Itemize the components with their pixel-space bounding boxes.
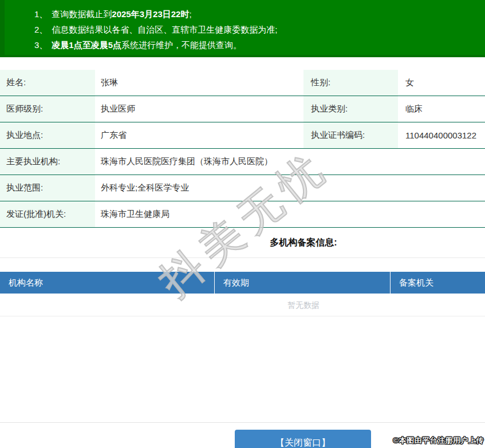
field-value-doctor-level: 执业医师 — [95, 96, 303, 122]
field-value-practice-location: 广东省 — [95, 122, 303, 148]
notice-line-number: 3、 — [34, 37, 48, 53]
notice-line-1: 1、 查询数据截止到 2025年3月23日22时 ; — [34, 6, 479, 22]
field-value-name: 张琳 — [95, 70, 303, 96]
field-label-practice-category: 执业类别: — [303, 96, 398, 122]
filing-table-header: 机构名称 有效期 备案机关 — [0, 272, 485, 294]
field-label-main-institution: 主要执业机构: — [0, 149, 95, 175]
page-content: 姓名: 张琳 性别: 女 医师级别: 执业医师 执业类别: 临床 执业地点: 广… — [0, 70, 485, 316]
field-value-gender: 女 — [398, 70, 485, 96]
filing-table-empty-message: 暂无数据 — [0, 294, 485, 316]
field-label-doctor-level: 医师级别: — [0, 96, 95, 122]
table-row: 医师级别: 执业医师 执业类别: 临床 — [0, 96, 485, 122]
copyright-stamp: ©本图由平台注册用户上传 — [393, 435, 484, 446]
notice-line-number: 2、 — [34, 22, 48, 37]
notice-banner: 1、 查询数据截止到 2025年3月23日22时 ; 2、 信息数据结果以各省、… — [0, 0, 485, 57]
field-label-name: 姓名: — [0, 70, 95, 96]
notice-line-bold: 2025年3月23日22时 — [112, 6, 189, 22]
field-label-practice-scope: 执业范围: — [0, 175, 95, 201]
column-header-institution-name: 机构名称 — [0, 272, 215, 294]
practitioner-info-table: 姓名: 张琳 性别: 女 医师级别: 执业医师 执业类别: 临床 执业地点: 广… — [0, 70, 485, 228]
table-row: 姓名: 张琳 性别: 女 — [0, 70, 485, 96]
notice-line-text: 查询数据截止到 — [52, 6, 112, 22]
table-row: 主要执业机构: 珠海市人民医院医疗集团（珠海市人民医院） — [0, 149, 485, 175]
field-label-certificate-number: 执业证书编码: — [303, 122, 398, 148]
close-window-button[interactable]: 【关闭窗口】 — [235, 430, 371, 448]
field-value-main-institution: 珠海市人民医院医疗集团（珠海市人民医院） — [95, 149, 485, 175]
notice-line-text: 信息数据结果以各省、自治区、直辖市卫生健康委数据为准; — [52, 22, 277, 37]
field-value-issuing-authority: 珠海市卫生健康局 — [95, 201, 485, 227]
notice-line-text: ; — [189, 6, 191, 22]
footer-divider — [0, 422, 485, 423]
field-label-issuing-authority: 发证(批准)机关: — [0, 201, 95, 227]
column-header-validity-period: 有效期 — [215, 272, 391, 294]
section-divider — [0, 257, 485, 258]
notice-line-number: 1、 — [34, 6, 48, 22]
field-value-certificate-number: 110440400003122 — [398, 122, 485, 148]
field-label-practice-location: 执业地点: — [0, 122, 95, 148]
notice-line-bold: 凌晨1点至凌晨5点 — [52, 37, 121, 53]
column-header-filing-authority: 备案机关 — [391, 272, 485, 294]
filing-section-title: 多机构备案信息: — [0, 235, 485, 251]
table-row: 执业范围: 外科专业;全科医学专业 — [0, 175, 485, 201]
table-row: 执业地点: 广东省 执业证书编码: 110440400003122 — [0, 122, 485, 149]
table-row: 发证(批准)机关: 珠海市卫生健康局 — [0, 201, 485, 228]
notice-line-3: 3、 凌晨1点至凌晨5点 系统进行维护，不能提供查询。 — [34, 37, 479, 53]
notice-line-2: 2、 信息数据结果以各省、自治区、直辖市卫生健康委数据为准; — [34, 22, 479, 37]
notice-line-text: 系统进行维护，不能提供查询。 — [121, 37, 242, 53]
field-value-practice-scope: 外科专业;全科医学专业 — [95, 175, 485, 201]
field-label-gender: 性别: — [303, 70, 398, 96]
field-value-practice-category: 临床 — [398, 96, 485, 122]
